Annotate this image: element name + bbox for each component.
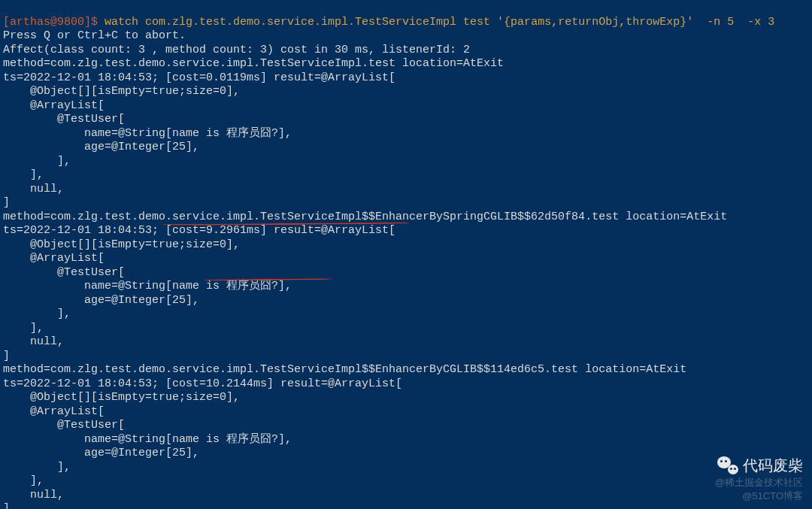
ts-line-0: ts=2022-12-01 18:04:53; [cost=0.0119ms] … [3,71,395,84]
method-line-0: method=com.zlg.test.demo.service.impl.Te… [3,57,504,70]
terminal-output[interactable]: [arthas@9800]$ watch com.zlg.test.demo.s… [0,0,812,509]
ts-line-1: ts=2022-12-01 18:04:53; [cost=9.2961ms] … [3,224,395,237]
null-line-2: null, [3,489,64,501]
age-line-1: age=@Integer[25], [3,294,199,307]
watermark-line2: @51CTO博客 [715,489,803,503]
result-close-1: ] [3,350,10,362]
null-line-0: null, [3,183,64,195]
affect-line: Affect(class count: 3 , method count: 3)… [3,44,470,56]
method-line-2: method=com.zlg.test.demo.service.impl.Te… [3,363,686,376]
watch-command: watch com.zlg.test.demo.service.impl.Tes… [98,16,774,29]
wechat-icon [717,456,738,474]
arraylist-open-0: @ArrayList[ [3,99,105,112]
ts-line-2: ts=2022-12-01 18:04:53; [cost=10.2144ms]… [3,377,402,390]
watermark-main-text: 代码废柴 [743,455,803,476]
arraylist-close-0: ], [3,168,44,181]
name-line-2: name=@String[name is 程序员囧?], [3,433,292,446]
testuser-open-0: @TestUser[ [3,113,125,126]
obj-line-1: @Object[][isEmpty=true;size=0], [3,238,240,251]
age-line-2: age=@Integer[25], [3,447,199,459]
age-line-0: age=@Integer[25], [3,141,199,153]
result-close-2: ] [3,502,10,509]
name-line-0: name=@String[name is 程序员囧?], [3,127,292,140]
abort-hint: Press Q or Ctrl+C to abort. [3,29,186,42]
watermark-line1: @稀土掘金技术社区 [715,476,803,489]
name-line-1: name=@String[name is 程序员囧?], [3,280,292,292]
method-line-1: method=com.zlg.test.demo.service.impl.Te… [3,211,727,223]
obj-line-2: @Object[][isEmpty=true;size=0], [3,391,240,404]
watermark-block: 代码废柴 @稀土掘金技术社区 @51CTO博客 [715,455,803,503]
watermark-main: 代码废柴 [715,455,803,476]
shell-prompt: [arthas@9800]$ [3,16,98,29]
arraylist-close-2: ], [3,474,44,487]
null-line-1: null, [3,335,64,348]
obj-line-0: @Object[][isEmpty=true;size=0], [3,85,240,98]
arraylist-open-2: @ArrayList[ [3,405,105,418]
result-close-0: ] [3,196,10,209]
testuser-open-1: @TestUser[ [3,266,125,279]
testuser-open-2: @TestUser[ [3,419,125,432]
arraylist-close-1: ], [3,322,44,335]
testuser-close-0: ], [3,155,71,168]
arraylist-open-1: @ArrayList[ [3,252,105,265]
testuser-close-1: ], [3,308,71,320]
testuser-close-2: ], [3,461,71,474]
